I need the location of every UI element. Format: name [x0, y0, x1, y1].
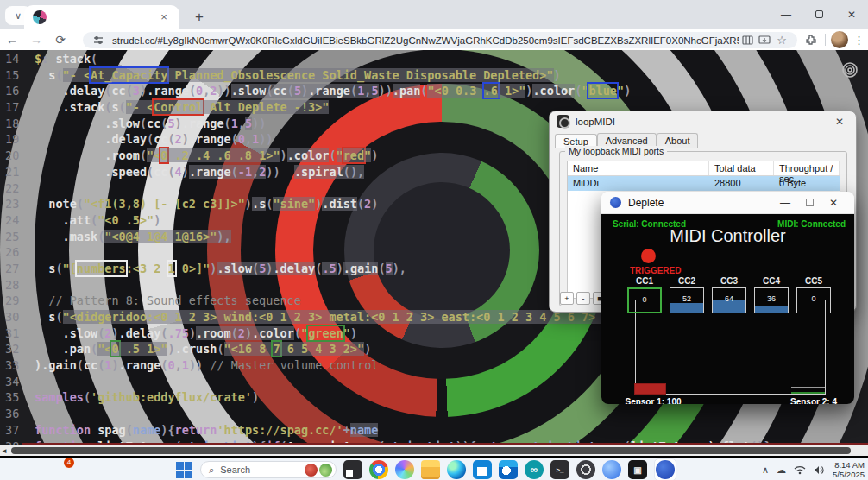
screenshot-tool-icon[interactable]	[343, 460, 362, 479]
horizontal-scrollbar[interactable]: ◄	[0, 445, 868, 456]
cc-meter-cc3[interactable]: CC364	[712, 276, 746, 313]
outlook-icon[interactable]	[499, 460, 518, 479]
reading-list-icon[interactable]	[739, 34, 756, 47]
deplete-close-icon[interactable]: ✕	[821, 197, 846, 209]
cc-meter-cc2[interactable]: CC252	[670, 276, 704, 313]
scroll-left-icon[interactable]: ◄	[1, 447, 8, 455]
line-number: 26	[5, 244, 26, 261]
search-highlight-icon-1[interactable]	[305, 464, 318, 477]
tab-close-icon[interactable]: ×	[157, 10, 171, 24]
cc-box[interactable]: 0	[796, 287, 831, 313]
deplete-window[interactable]: Deplete — ✕ Serial: Connected MIDI: Conn…	[601, 192, 854, 404]
code-token: .slow	[104, 117, 140, 130]
code-token: ))	[189, 358, 203, 372]
control-area[interactable]	[635, 300, 826, 395]
menu-kebab-icon[interactable]: ⋮	[853, 34, 865, 47]
code-token: ,	[238, 117, 245, 130]
code-token: function	[35, 423, 91, 437]
code-token: (	[55, 68, 62, 82]
code-line[interactable]: 15 s("- <At_Capacity Planned_Obsolescenc…	[0, 67, 771, 84]
loopmidi-close-icon[interactable]: ✕	[830, 116, 849, 128]
url-text[interactable]: strudel.cc/#Ly8gIkN0cmwrQWx0K0RlcGxldGUi…	[112, 35, 739, 46]
code-line[interactable]: 36	[0, 406, 771, 422]
cc-box[interactable]: 64	[712, 287, 746, 313]
code-token: ,	[175, 358, 182, 372]
terminal-icon[interactable]: >_	[550, 460, 569, 479]
line-number: 25	[5, 229, 26, 245]
scrollbar-thumb[interactable]	[11, 447, 851, 454]
active-app-slot[interactable]	[654, 458, 676, 480]
code-token: .gain	[343, 262, 379, 275]
code-line[interactable]: 16 .delay(cc(3).range(0,2)).slow(cc(5).r…	[0, 83, 771, 99]
add-port-button[interactable]: +	[560, 292, 574, 305]
start-button[interactable]	[174, 460, 193, 479]
cc-meter-cc1[interactable]: CC10	[627, 276, 662, 313]
copilot-icon[interactable]	[395, 460, 414, 479]
col-name[interactable]: Name	[568, 161, 709, 175]
code-line[interactable]: 14$: stack(	[0, 51, 771, 67]
cc-box[interactable]: 36	[754, 287, 789, 313]
remove-port-button[interactable]: -	[576, 292, 590, 305]
wifi-icon[interactable]	[794, 465, 806, 475]
col-total-data[interactable]: Total data	[709, 161, 774, 175]
code-token: )	[364, 342, 371, 356]
col-throughput[interactable]: Throughput / sec.	[774, 161, 840, 175]
deplete-maximize-icon[interactable]	[797, 197, 821, 209]
cc-box[interactable]: 52	[670, 287, 704, 313]
table-header-row: Name Total data Throughput / sec.	[568, 161, 840, 176]
code-token: )	[167, 342, 174, 356]
code-token	[35, 100, 63, 114]
cc-meter-cc4[interactable]: CC436	[754, 276, 789, 313]
cc-meters[interactable]: CC10CC252CC364CC436CC50	[627, 276, 831, 313]
onedrive-cloud-icon[interactable]: ☁	[777, 464, 786, 476]
reload-icon[interactable]: ⟳	[48, 30, 72, 49]
site-settings-icon[interactable]	[90, 34, 107, 47]
deplete-titlebar[interactable]: Deplete — ✕	[601, 192, 854, 214]
address-bar[interactable]: strudel.cc/#Ly8gIkN0cmwrQWx0K0RlcGxldGUi…	[83, 32, 797, 48]
edge-icon[interactable]	[447, 460, 466, 479]
deplete-minimize-icon[interactable]: —	[773, 197, 797, 209]
code-token: 2	[175, 132, 182, 146]
bookmark-star-icon[interactable]: ☆	[773, 34, 790, 47]
volume-icon[interactable]	[814, 465, 825, 475]
browser-tab[interactable]: ×	[24, 5, 179, 29]
deplete-app-icon[interactable]	[656, 460, 675, 479]
code-token: Alt Deplete -!3>"	[203, 100, 329, 114]
loopmidi-titlebar[interactable]: loopMIDI ✕	[550, 111, 856, 131]
install-app-icon[interactable]	[756, 34, 773, 47]
dark-app-icon[interactable]: ▣	[628, 460, 647, 479]
weather-widget[interactable]: 4	[52, 460, 71, 479]
port-name: MiDDi	[568, 176, 709, 191]
back-icon[interactable]: ←	[0, 30, 24, 49]
code-token: (	[252, 262, 259, 275]
cc-meter-cc5[interactable]: CC50	[796, 276, 831, 313]
code-token: "<0@4 1@4 1@16>"	[104, 230, 217, 243]
code-token: +	[343, 423, 350, 437]
table-row[interactable]: MiDDi 28800 0 Byte	[568, 176, 840, 191]
extensions-puzzle-icon[interactable]	[802, 33, 820, 47]
code-token: (	[84, 390, 91, 404]
minimize-button[interactable]: —	[770, 2, 802, 28]
new-tab-button[interactable]: +	[188, 7, 211, 28]
code-token: .att	[63, 213, 91, 227]
profile-avatar[interactable]	[831, 31, 848, 48]
taskbar-clock[interactable]: 8:14 AM 5/5/2025	[833, 460, 865, 479]
arduino-icon[interactable]: ∞	[525, 460, 544, 479]
microsoft-store-icon[interactable]	[473, 460, 492, 479]
forward-icon[interactable]: →	[24, 30, 48, 49]
file-explorer-icon[interactable]	[421, 460, 440, 479]
line-number: 27	[5, 261, 26, 277]
spiral-settings-icon[interactable]	[840, 60, 859, 79]
close-button[interactable]: ✕	[835, 2, 868, 28]
deplete-body[interactable]: Serial: Connected MIDI: Connected MIDI C…	[601, 214, 854, 404]
chrome-icon[interactable]	[369, 460, 388, 479]
search-highlight-icon-2[interactable]	[319, 464, 332, 477]
obs-icon[interactable]	[576, 460, 595, 479]
cc-label: CC2	[670, 276, 704, 286]
code-line[interactable]: 37function spag(name){return'https://spa…	[0, 422, 771, 439]
blue-app-icon[interactable]	[602, 460, 621, 479]
maximize-button[interactable]	[802, 2, 835, 28]
tray-chevron-icon[interactable]: ∧	[762, 464, 769, 476]
cc-box[interactable]: 0	[627, 287, 662, 313]
taskbar-search[interactable]: ⌕ Search	[200, 461, 337, 478]
